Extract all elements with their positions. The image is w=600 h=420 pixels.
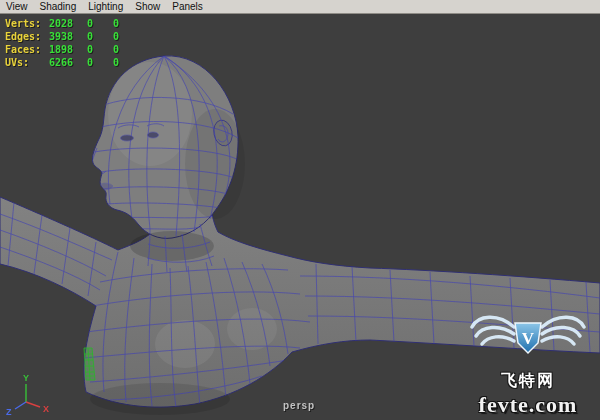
hud-total: 3938 bbox=[49, 31, 87, 42]
hud-extra: 0 bbox=[113, 18, 139, 29]
hud-row-edges: Edges: 3938 0 0 bbox=[5, 30, 139, 43]
menu-item-panels[interactable]: Panels bbox=[166, 0, 209, 13]
menu-item-view[interactable]: View bbox=[0, 0, 34, 13]
watermark-site-name: 飞特网 bbox=[462, 371, 594, 392]
menu-item-lighting[interactable]: Lighting bbox=[82, 0, 129, 13]
hud-row-faces: Faces: 1898 0 0 bbox=[5, 43, 139, 56]
menu-item-shading[interactable]: Shading bbox=[34, 0, 83, 13]
hud-extra: 0 bbox=[113, 57, 139, 68]
maya-model-panel: View Shading Lighting Show Panels bbox=[0, 0, 600, 420]
hud-extra: 0 bbox=[113, 31, 139, 42]
hud-label: UVs: bbox=[5, 57, 49, 68]
watermark: V 飞特网 fevte.com bbox=[462, 311, 594, 418]
watermark-domain: fevte.com bbox=[462, 392, 594, 418]
view-axis-indicator: Y X Z bbox=[2, 370, 58, 418]
fevte-logo-icon: V bbox=[470, 311, 586, 367]
hud-selected: 0 bbox=[87, 31, 113, 42]
hud-row-verts: Verts: 2028 0 0 bbox=[5, 17, 139, 30]
hud-extra: 0 bbox=[113, 44, 139, 55]
panel-menu-bar: View Shading Lighting Show Panels bbox=[0, 0, 600, 14]
hud-selected: 0 bbox=[87, 44, 113, 55]
hud-label: Verts: bbox=[5, 18, 49, 29]
hud-total: 1898 bbox=[49, 44, 87, 55]
axis-z-label: Z bbox=[6, 407, 12, 417]
axis-x-label: X bbox=[43, 404, 49, 414]
hud-total: 6266 bbox=[49, 57, 87, 68]
hud-selected: 0 bbox=[87, 18, 113, 29]
hud-selected: 0 bbox=[87, 57, 113, 68]
hud-label: Faces: bbox=[5, 44, 49, 55]
hud-row-uvs: UVs: 6266 0 0 bbox=[5, 56, 139, 69]
axis-y-label: Y bbox=[23, 373, 29, 383]
hud-total: 2028 bbox=[49, 18, 87, 29]
camera-name-label: persp bbox=[283, 400, 315, 411]
svg-text:V: V bbox=[522, 329, 535, 348]
perspective-viewport[interactable]: Verts: 2028 0 0 Edges: 3938 0 0 Faces: 1… bbox=[0, 14, 600, 420]
hud-label: Edges: bbox=[5, 31, 49, 42]
menu-item-show[interactable]: Show bbox=[129, 0, 166, 13]
heads-up-display: Verts: 2028 0 0 Edges: 3938 0 0 Faces: 1… bbox=[5, 17, 139, 69]
